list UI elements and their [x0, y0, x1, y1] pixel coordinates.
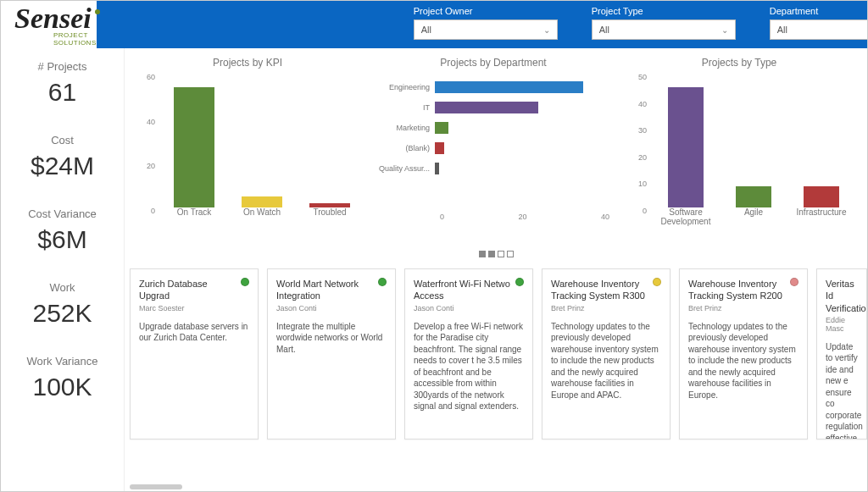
project-card[interactable]: Warehouse Inventory Tracking System R200…: [679, 268, 808, 439]
kpi-value: 100K: [1, 373, 124, 401]
project-card[interactable]: Waterfront Wi-Fi Netwo AccessJason Conti…: [404, 268, 533, 439]
y-tick: 40: [618, 100, 647, 108]
kpi-value: $24M: [1, 152, 124, 180]
horizontal-scrollbar[interactable]: [130, 484, 182, 489]
card-description: Technology updates to the previously dev…: [551, 321, 661, 401]
y-tick: 30: [618, 126, 647, 135]
card-description: Upgrade database servers in our Zurich D…: [139, 321, 249, 344]
filter-select-department[interactable]: All ⌄: [770, 19, 868, 40]
project-card[interactable]: World Mart Network IntegrationJason Cont…: [267, 268, 396, 439]
filter-value: All: [421, 25, 431, 35]
card-description: Integrate the multiple wordwide networks…: [276, 321, 387, 356]
y-tick: 60: [126, 73, 155, 81]
project-card[interactable]: Warehouse Inventory Tracking System R300…: [542, 268, 670, 439]
x-label: On Track: [167, 207, 221, 226]
bar[interactable]: [435, 81, 583, 93]
pager-dot[interactable]: [507, 251, 514, 257]
y-label: Marketing: [372, 124, 435, 132]
card-title: Warehouse Inventory Tracking System R200: [688, 278, 798, 302]
kpi-tile[interactable]: Cost$24M: [1, 122, 124, 196]
chart-title: Projects by KPI: [126, 57, 369, 69]
chart-title: Projects by Department: [372, 57, 615, 69]
kpi-label: Work Variance: [1, 355, 124, 368]
y-tick: 10: [618, 180, 647, 188]
carousel-pager[interactable]: [125, 246, 867, 262]
card-title: Zurich Database Upgrad: [139, 278, 249, 302]
project-cards: Zurich Database UpgradMarc SoesterUpgrad…: [125, 262, 867, 451]
kpi-tile[interactable]: Work Variance100K: [1, 343, 124, 417]
chevron-down-icon: ⌄: [543, 25, 550, 35]
kpi-label: Work: [1, 281, 124, 294]
card-title: Waterfront Wi-Fi Netwo Access: [414, 278, 524, 302]
bar[interactable]: [435, 163, 439, 174]
filter-department: Department All ⌄: [770, 6, 868, 40]
card-description: Update to vertify ide and new e ensure c…: [826, 341, 858, 439]
project-card[interactable]: Veritas Id VerificatioEddie MascUpdate t…: [816, 268, 867, 439]
bar[interactable]: [804, 186, 839, 207]
bar[interactable]: [736, 186, 771, 207]
kpi-label: # Projects: [1, 60, 124, 73]
x-tick: 20: [518, 213, 526, 226]
card-owner: Bret Prinz: [551, 304, 661, 312]
status-dot-icon: [241, 278, 249, 286]
project-card[interactable]: Zurich Database UpgradMarc SoesterUpgrad…: [130, 268, 259, 439]
bar[interactable]: [668, 87, 704, 207]
pager-dot[interactable]: [488, 251, 495, 257]
bar[interactable]: [435, 142, 444, 154]
filter-value: All: [599, 25, 609, 35]
card-title: Warehouse Inventory Tracking System R300: [551, 278, 661, 302]
card-owner: Eddie Masc: [826, 316, 858, 333]
chart-projects-by-kpi[interactable]: Projects by KPI 0204060On TrackOn WatchT…: [126, 52, 369, 243]
chart-projects-by-type[interactable]: Projects by Type 01020304050Software Dev…: [618, 52, 860, 243]
bar[interactable]: [174, 87, 214, 207]
kpi-value: 252K: [1, 299, 124, 328]
logo: Sensei PROJECT SOLUTIONS: [1, 1, 97, 48]
kpi-tile[interactable]: # Projects61: [1, 48, 124, 122]
filter-select-project-owner[interactable]: All ⌄: [414, 19, 558, 40]
y-tick: 0: [126, 207, 155, 215]
status-dot-icon: [790, 278, 798, 286]
x-label: Infrastructure: [794, 207, 849, 226]
filter-label: Project Type: [592, 6, 736, 16]
pager-dot[interactable]: [479, 251, 486, 257]
y-tick: 20: [618, 153, 647, 162]
kpi-tile[interactable]: Work252K: [1, 269, 124, 343]
kpi-tile[interactable]: Cost Variance$6M: [1, 196, 124, 269]
x-label: On Watch: [235, 207, 289, 226]
filter-project-owner: Project Owner All ⌄: [414, 6, 558, 40]
chart-projects-by-department[interactable]: Projects by Department EngineeringITMark…: [372, 52, 615, 243]
status-dot-icon: [515, 278, 524, 286]
card-owner: Bret Prinz: [688, 304, 798, 312]
kpi-label: Cost Variance: [1, 207, 124, 220]
pager-dot[interactable]: [498, 251, 504, 257]
x-label: Troubled: [303, 207, 357, 226]
logo-text: Sensei: [14, 3, 97, 35]
status-dot-icon: [849, 278, 858, 286]
kpi-sidebar: # Projects61Cost$24MCost Variance$6MWork…: [1, 48, 125, 492]
bar[interactable]: [435, 102, 538, 113]
card-description: Develop a free Wi-Fi network for the Par…: [414, 321, 524, 412]
card-title: World Mart Network Integration: [276, 278, 387, 302]
card-owner: Jason Conti: [414, 304, 524, 312]
y-label: (Blank): [372, 144, 435, 152]
y-tick: 0: [618, 207, 647, 215]
y-label: Engineering: [372, 83, 435, 91]
filter-bar: Project Owner All ⌄ Project Type All ⌄ D…: [97, 1, 868, 48]
bar[interactable]: [435, 122, 448, 134]
y-tick: 20: [126, 162, 155, 170]
filter-select-project-type[interactable]: All ⌄: [592, 19, 736, 40]
y-tick: 40: [126, 118, 155, 126]
card-owner: Marc Soester: [139, 304, 249, 312]
x-tick: 0: [440, 213, 444, 226]
x-label: Software Development: [659, 207, 713, 226]
status-dot-icon: [378, 278, 387, 286]
chevron-down-icon: ⌄: [721, 25, 728, 35]
kpi-value: $6M: [1, 225, 124, 254]
x-label: Agile: [726, 207, 781, 226]
y-tick: 50: [618, 73, 647, 81]
filter-label: Department: [770, 6, 868, 16]
filter-label: Project Owner: [414, 6, 558, 16]
filter-value: All: [777, 25, 787, 35]
y-label: Quality Assur...: [372, 164, 435, 173]
bar[interactable]: [242, 196, 282, 207]
